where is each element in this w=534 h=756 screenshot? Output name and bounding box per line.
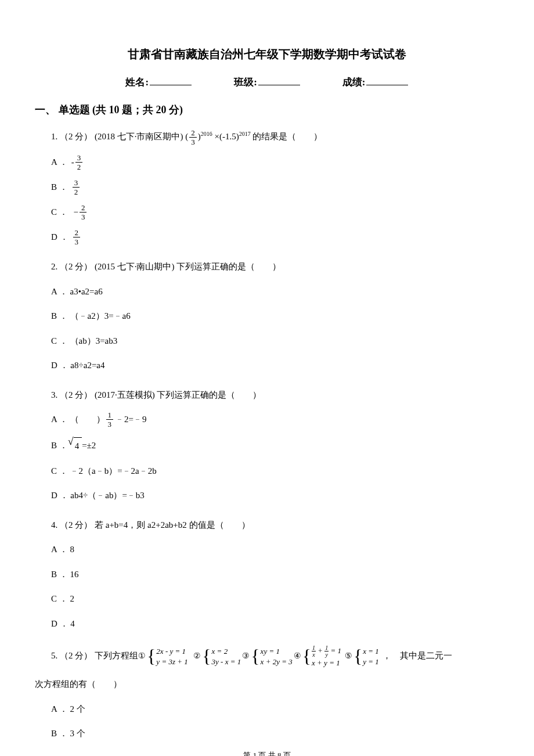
q5-option-a: A ． 2 个	[51, 701, 499, 718]
page-title: 甘肃省甘南藏族自治州七年级下学期数学期中考试试卷	[35, 46, 499, 62]
q1-option-b: B ．32	[51, 179, 499, 196]
name-label: 姓名:	[125, 75, 149, 89]
q5-line2: 次方程组的有（ ）	[35, 676, 499, 693]
question-5: 5. （2 分） 下列方程组①{2x - y = 1y = 3z + 1 ②{x…	[51, 645, 499, 742]
q1-base2: (-1.5)	[219, 132, 239, 141]
q4-option-a: A ． 8	[51, 541, 499, 558]
system-4: {1x + 1y = 1x + y = 1	[302, 645, 341, 668]
q5-s4-d1: x	[312, 651, 315, 658]
name-field: 姓名:	[125, 75, 192, 89]
q1-d-num: 2	[73, 229, 81, 237]
q2-stem: 2. （2 分） (2015 七下·南山期中) 下列运算正确的是（ ）	[51, 258, 499, 275]
q5-s2a: x = 2	[212, 646, 241, 657]
q5-s3a: xy = 1	[261, 646, 293, 657]
q1-d-den: 3	[73, 237, 81, 246]
question-4: 4. （2 分） 若 a+b=4，则 a2+2ab+b2 的值是（ ） A ． …	[51, 517, 499, 632]
q5-c3: ③	[242, 646, 250, 667]
name-blank	[150, 75, 192, 85]
q2-option-b: B ． （﹣a2）3=﹣a6	[51, 308, 499, 325]
q3-option-b: B ． √4 =±2	[51, 436, 499, 455]
q1-stem: 1. （2 分） (2018 七下·市南区期中) (23)2016 ×(-1.5…	[51, 128, 499, 146]
q1-option-c: C ． −23	[51, 204, 499, 221]
q1-b-den: 2	[73, 188, 80, 196]
system-5: {x = 1y = 1	[353, 646, 379, 667]
class-blank	[258, 75, 300, 85]
q3-option-a: A ． （ ） 13 ﹣2=﹣9	[51, 411, 499, 428]
q4-option-c: C ． 2	[51, 591, 499, 607]
q3-stem: 3. （2 分） (2017·五莲模拟) 下列运算正确的是（ ）	[51, 387, 499, 404]
q5-s1b: y = 3z + 1	[156, 657, 187, 667]
score-label: 成绩:	[342, 75, 366, 89]
q2-option-d: D ． a8÷a2=a4	[51, 357, 499, 374]
class-label: 班级:	[234, 75, 257, 89]
question-2: 2. （2 分） (2015 七下·南山期中) 下列运算正确的是（ ） A ． …	[51, 258, 499, 374]
q5-c4: ④	[294, 646, 301, 667]
sqrt-icon: √4	[68, 436, 82, 455]
q3-b-post: =±2	[82, 437, 96, 454]
q1-prefix: 1. （2 分） (2018 七下·市南区期中)	[51, 132, 183, 141]
q5-s2b: 3y - x = 1	[212, 657, 241, 667]
q3-b-pre: B ．	[51, 437, 68, 454]
q1-a-den: 2	[75, 163, 83, 171]
q3-a-den: 3	[106, 420, 114, 428]
q3-a-post: ﹣2=﹣9	[116, 411, 146, 428]
q5-s4-eq: = 1	[331, 646, 342, 655]
q5-stem: 5. （2 分） 下列方程组①{2x - y = 1y = 3z + 1 ②{x…	[51, 645, 499, 668]
q3-b-sqrt: 4	[74, 437, 82, 455]
q5-s4-d2: y	[326, 651, 328, 658]
info-line: 姓名: 班级: 成绩:	[35, 75, 499, 89]
q5-prefix: 5. （2 分） 下列方程组	[51, 651, 138, 660]
q5-s3b: x + 2y = 3	[261, 657, 293, 667]
q1-b-num: 3	[73, 179, 80, 188]
q1-c-num: 2	[80, 204, 87, 213]
q1-c-den: 3	[80, 213, 87, 221]
page-footer: 第 1 页 共 8 页	[35, 750, 499, 756]
q5-s5a: x = 1	[363, 646, 379, 657]
q1-option-d: D ．23	[51, 229, 499, 246]
q1-base1-den: 3	[189, 138, 197, 146]
q5-tail: ， 其中是二元一	[383, 651, 452, 660]
q4-option-d: D ． 4	[51, 615, 499, 632]
question-1: 1. （2 分） (2018 七下·市南区期中) (23)2016 ×(-1.5…	[51, 128, 499, 246]
q1-a-sign: -	[71, 154, 74, 171]
q3-option-c: C ． ﹣2（a﹣b）=﹣2a﹣2b	[51, 463, 499, 480]
system-1: {2x - y = 1y = 3z + 1	[147, 646, 188, 667]
q2-option-a: A ． a3•a2=a6	[51, 283, 499, 300]
q1-base1-num: 2	[189, 129, 197, 138]
score-field: 成绩:	[342, 75, 409, 89]
q2-option-c: C ． （ab）3=ab3	[51, 333, 499, 350]
system-2: {x = 23y - x = 1	[202, 646, 241, 667]
section-header: 一、 单选题 (共 10 题；共 20 分)	[35, 103, 499, 117]
q5-s1a: 2x - y = 1	[156, 646, 187, 657]
q4-stem: 4. （2 分） 若 a+b=4，则 a2+2ab+b2 的值是（ ）	[51, 517, 499, 534]
q1-exp1: 2016	[201, 131, 212, 137]
q5-s5b: y = 1	[363, 657, 379, 667]
q5-s4b: x + y = 1	[312, 658, 341, 668]
system-3: {xy = 1x + 2y = 3	[251, 646, 292, 667]
score-blank	[366, 75, 408, 85]
q4-option-b: B ． 16	[51, 566, 499, 583]
q5-c2: ②	[193, 646, 201, 667]
q1-c-sign: −	[74, 204, 78, 221]
q5-s4-n1: 1	[312, 645, 316, 651]
question-3: 3. （2 分） (2017·五莲模拟) 下列运算正确的是（ ） A ． （ ）…	[51, 387, 499, 504]
q5-c1: ①	[138, 646, 146, 667]
q5-s4-n2: 1	[324, 645, 329, 651]
q5-option-b: B ． 3 个	[51, 725, 499, 742]
q1-a-num: 3	[75, 154, 83, 163]
q3-option-d: D ． ab4÷（﹣ab）=﹣b3	[51, 487, 499, 504]
q1-option-a: A ．-32	[51, 154, 499, 171]
q1-exp2: 2017	[239, 131, 251, 137]
q3-a-pre: A ． （ ）	[51, 411, 105, 428]
q5-c5: ⑤	[345, 646, 352, 667]
q3-a-num: 1	[106, 411, 114, 420]
q1-tail: 的结果是（ ）	[252, 132, 322, 141]
class-field: 班级:	[234, 75, 300, 89]
